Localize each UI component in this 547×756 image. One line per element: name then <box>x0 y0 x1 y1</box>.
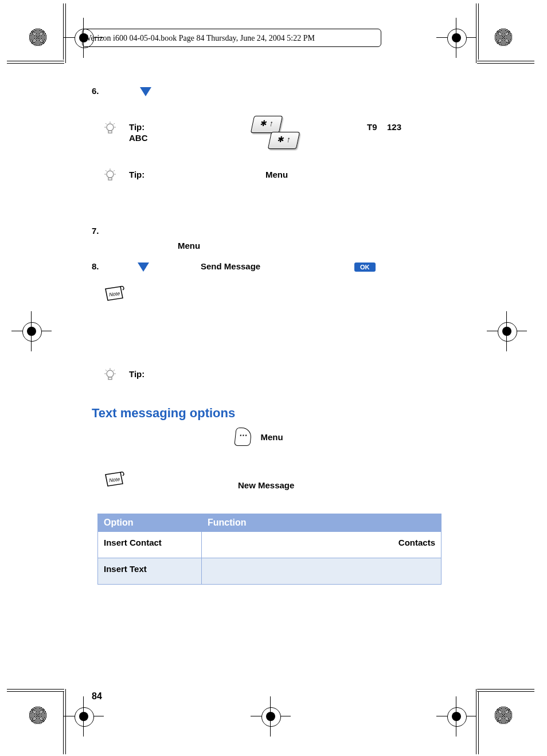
svg-point-0 <box>107 124 114 131</box>
table-row: Insert Contact Contacts <box>98 532 441 558</box>
n123-label: 123 <box>387 122 401 132</box>
svg-rect-16 <box>108 377 112 379</box>
cross-target-icon <box>259 705 282 728</box>
step-number: 7. <box>92 226 109 236</box>
note-row-1: Note <box>103 284 459 305</box>
asterisk-key-icon: ✱ ↑ <box>251 116 283 133</box>
cross-target-icon <box>445 705 468 728</box>
asterisk-key-icon: ✱ ↑ <box>268 132 300 149</box>
lightbulb-icon <box>103 122 117 135</box>
svg-line-13 <box>114 170 115 171</box>
frame-line <box>63 691 64 754</box>
step-number: 8. <box>92 261 109 271</box>
svg-line-6 <box>114 123 115 124</box>
svg-line-5 <box>106 123 107 124</box>
note-icon: Note <box>103 284 126 303</box>
svg-rect-1 <box>108 131 112 133</box>
cross-target-icon <box>445 26 468 49</box>
tip-row-1: Tip: ABC ✱ ↑ ✱ ↑ T9 123 <box>103 119 459 154</box>
frame-line <box>7 61 64 61</box>
ok-button-icon: OK <box>354 263 376 272</box>
registration-mark-icon <box>494 706 513 724</box>
frame-line <box>476 3 476 63</box>
frame-line <box>7 691 64 692</box>
cross-target-icon <box>495 320 518 343</box>
tip-label: Tip: <box>129 369 144 379</box>
option-cell: Insert Text <box>98 558 202 585</box>
option-cell: Insert Contact <box>98 532 202 558</box>
frame-line <box>7 63 64 64</box>
softkey-menu-row: Menu <box>235 428 459 447</box>
svg-point-7 <box>107 171 114 178</box>
registration-mark-icon <box>29 706 47 724</box>
frame-line <box>63 3 64 60</box>
svg-line-12 <box>106 170 107 171</box>
abc-label: ABC <box>129 133 148 143</box>
frame-line <box>7 689 64 690</box>
page-info-text: Verizon i600 04-05-04.book Page 84 Thurs… <box>86 34 315 43</box>
note-icon: Note <box>103 470 126 488</box>
step-6: 6. <box>92 86 459 96</box>
registration-mark-icon <box>494 28 513 46</box>
menu-label: Menu <box>265 170 288 179</box>
down-triangle-icon <box>138 263 149 272</box>
frame-line <box>477 689 534 690</box>
step-8: 8. Send Message OK <box>92 261 459 279</box>
header-function: Function <box>202 514 441 532</box>
frame-line <box>476 689 476 754</box>
page-content: 6. Tip: ABC ✱ ↑ ✱ ↑ T9 123 Ti <box>92 86 459 585</box>
svg-rect-8 <box>108 178 112 180</box>
registration-mark-icon <box>29 28 47 46</box>
lightbulb-icon <box>103 368 117 382</box>
table-row: Insert Text <box>98 558 441 585</box>
svg-point-15 <box>107 370 114 377</box>
frame-line <box>65 3 66 63</box>
frame-line <box>65 689 66 754</box>
menu-label: Menu <box>260 432 283 442</box>
table-header-row: Option Function <box>98 514 441 532</box>
options-table: Option Function Insert Contact Contacts … <box>97 514 441 585</box>
tip-label: Tip: <box>129 170 144 179</box>
section-title: Text messaging options <box>92 406 459 421</box>
contacts-label: Contacts <box>398 538 435 547</box>
softkey-icon <box>234 428 252 446</box>
frame-line <box>478 3 479 60</box>
step-7: 7. Menu <box>92 226 459 251</box>
frame-line <box>478 691 479 754</box>
new-message-label: New Message <box>238 480 294 490</box>
frame-line <box>477 691 534 692</box>
svg-line-20 <box>106 370 107 371</box>
step-number: 6. <box>92 86 109 96</box>
note-row-2: Note New Message <box>103 470 459 493</box>
menu-label: Menu <box>178 241 200 250</box>
svg-line-21 <box>114 370 115 371</box>
lightbulb-icon <box>103 169 117 182</box>
t9-label: T9 <box>367 122 377 132</box>
down-triangle-icon <box>140 87 151 96</box>
frame-line <box>477 61 534 61</box>
header-option: Option <box>98 514 202 532</box>
send-message-label: Send Message <box>201 261 260 271</box>
tip-row-3: Tip: <box>103 368 459 385</box>
cross-target-icon <box>20 320 43 343</box>
function-cell: Contacts <box>202 532 441 558</box>
function-cell <box>202 558 441 585</box>
page-number: 84 <box>92 691 102 702</box>
tip-row-2: Tip: Menu <box>103 169 459 186</box>
frame-line <box>477 63 534 64</box>
tip-label: Tip: <box>129 122 144 132</box>
cross-target-icon <box>72 705 95 728</box>
